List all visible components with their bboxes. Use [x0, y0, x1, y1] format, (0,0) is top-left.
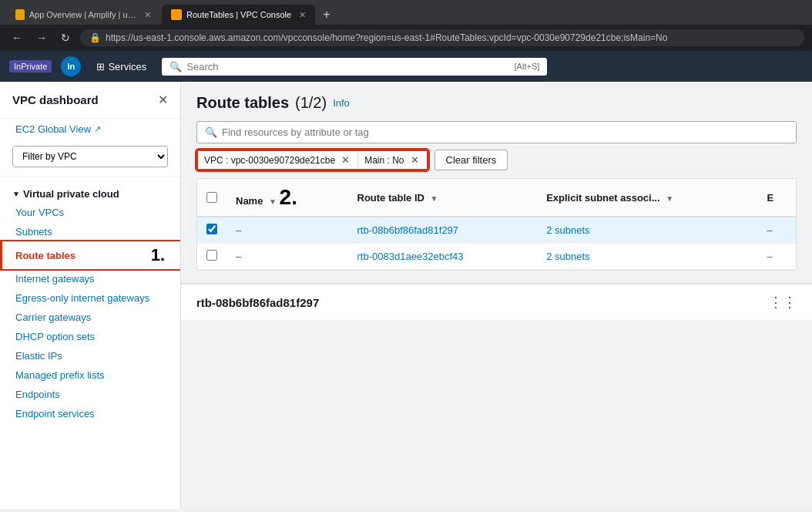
rtid-sort-icon[interactable]: ▼: [431, 194, 438, 203]
row1-rtid-link[interactable]: rtb-08b6bf86fad81f297: [357, 224, 459, 236]
row2-checkbox[interactable]: [206, 250, 217, 261]
info-link[interactable]: Info: [333, 97, 350, 109]
row1-checkbox[interactable]: [206, 224, 217, 234]
content-inner: Route tables (1/2) Info 🔍 VPC : vpc-0030…: [181, 82, 812, 283]
reload-button[interactable]: ↻: [57, 29, 74, 46]
user-avatar: In: [61, 56, 81, 76]
edge-column-label: E: [767, 192, 773, 204]
tab-close-1[interactable]: ✕: [144, 10, 151, 20]
edge-column-header: E: [757, 179, 796, 217]
active-filters: VPC : vpc-0030e90729de21cbe ✕ Main : No …: [196, 150, 797, 170]
address-bar: ← → ↻ 🔒 https://us-east-1.console.aws.am…: [0, 25, 812, 51]
route-tables-data-table: Name ▼ 2. Route table ID ▼ Explicit subn…: [197, 179, 796, 270]
filter-search-icon: 🔍: [205, 126, 217, 138]
sidebar-item-endpoints[interactable]: Endpoints: [0, 385, 180, 404]
browser-window: App Overview | Amplify | us-east... ✕ Ro…: [0, 0, 812, 51]
bottom-panel: rtb-08b6bf86fad81f297 ⋮⋮: [181, 283, 812, 320]
sidebar-divider-1: [0, 177, 180, 177]
forward-button[interactable]: →: [32, 29, 51, 46]
vpc-filter-label: VPC : vpc-0030e90729de21cbe: [204, 155, 335, 166]
external-link-icon: ↗: [94, 124, 101, 134]
main-layout: VPC dashboard ✕ EC2 Global View ↗ Filter…: [0, 82, 812, 509]
sidebar-item-managed-prefix-lists[interactable]: Managed prefix lists: [0, 365, 180, 385]
row2-route-table-id: rtb-0083d1aee32ebcf43: [348, 244, 538, 270]
sidebar-item-carrier-gateways[interactable]: Carrier gateways: [0, 308, 180, 327]
row1-subnet-link[interactable]: 2 subnets: [546, 224, 589, 236]
aws-search-box[interactable]: 🔍 [Alt+S]: [162, 58, 547, 76]
route-table-id-column-header: Route table ID ▼: [348, 179, 538, 217]
tab-favicon-2: [171, 9, 182, 20]
url-box[interactable]: 🔒 https://us-east-1.console.aws.amazon.c…: [80, 29, 804, 46]
browser-tab-1[interactable]: App Overview | Amplify | us-east... ✕: [6, 5, 160, 25]
vpc-filter-remove-button[interactable]: ✕: [340, 154, 351, 166]
main-filter-label: Main : No: [364, 155, 404, 166]
main-filter-remove-button[interactable]: ✕: [409, 154, 421, 166]
select-all-column: [197, 179, 226, 217]
search-filter-bar: 🔍: [196, 121, 797, 143]
row2-edge: –: [757, 244, 796, 270]
vpc-filter-tag: VPC : vpc-0030e90729de21cbe ✕: [198, 151, 358, 169]
row1-name: –: [226, 217, 348, 244]
table-row[interactable]: – rtb-08b6bf86fad81f297 2 subnets –: [197, 217, 796, 244]
sidebar-item-elastic-ips[interactable]: Elastic IPs: [0, 346, 180, 365]
table-row[interactable]: – rtb-0083d1aee32ebcf43 2 subnets –: [197, 244, 796, 270]
clear-filters-button[interactable]: Clear filters: [435, 150, 508, 170]
sidebar: VPC dashboard ✕ EC2 Global View ↗ Filter…: [0, 82, 181, 509]
row1-checkbox-cell: [197, 217, 226, 244]
user-initials: In: [68, 62, 75, 71]
sidebar-close-button[interactable]: ✕: [158, 93, 168, 107]
category-arrow: ▼: [12, 190, 20, 198]
tab-label-1: App Overview | Amplify | us-east...: [29, 10, 136, 19]
services-label: Services: [108, 61, 146, 72]
sidebar-item-route-tables[interactable]: Route tables1.: [0, 241, 180, 269]
virtual-private-cloud-category[interactable]: ▼ Virtual private cloud: [0, 180, 180, 203]
inprivate-badge: InPrivate: [9, 60, 52, 72]
sidebar-item-endpoint-services[interactable]: Endpoint services: [0, 404, 180, 423]
sidebar-title: VPC dashboard: [12, 93, 99, 106]
tab-close-2[interactable]: ✕: [299, 10, 306, 20]
name-sort-icon[interactable]: ▼: [269, 197, 277, 206]
page-count: (1/2): [295, 94, 327, 112]
explicit-subnet-column-label: Explicit subnet associ...: [546, 192, 659, 204]
new-tab-button[interactable]: +: [317, 5, 336, 25]
bottom-panel-title: rtb-08b6bf86fad81f297: [196, 296, 319, 309]
filter-tag-group: VPC : vpc-0030e90729de21cbe ✕ Main : No …: [196, 150, 428, 170]
category-label: Virtual private cloud: [23, 188, 119, 200]
sidebar-item-egress-only[interactable]: Egress-only internet gateways: [0, 288, 180, 308]
grid-icon: ⊞: [96, 61, 105, 72]
filter-search-input[interactable]: [222, 126, 788, 138]
tab-label-2: RouteTables | VPC Console: [186, 10, 291, 19]
sidebar-item-subnets[interactable]: Subnets: [0, 222, 180, 241]
sidebar-item-dhcp-option-sets[interactable]: DHCP option sets: [0, 327, 180, 346]
aws-topbar: InPrivate In ⊞ Services 🔍 [Alt+S]: [0, 51, 812, 82]
route-tables-table: Name ▼ 2. Route table ID ▼ Explicit subn…: [196, 178, 797, 271]
row2-rtid-link[interactable]: rtb-0083d1aee32ebcf43: [357, 251, 464, 262]
services-button[interactable]: ⊞ Services: [90, 58, 153, 76]
main-filter-tag: Main : No ✕: [358, 151, 426, 169]
search-icon: 🔍: [169, 61, 182, 72]
select-all-checkbox[interactable]: [206, 192, 217, 203]
sidebar-item-your-vpcs[interactable]: Your VPCs: [0, 203, 180, 222]
explicit-sort-icon[interactable]: ▼: [666, 194, 673, 203]
row2-subnet-link[interactable]: 2 subnets: [546, 251, 589, 262]
sidebar-filter: Filter by VPC: [0, 140, 180, 173]
search-shortcut: [Alt+S]: [515, 62, 540, 71]
step2-label: 2.: [280, 185, 297, 209]
row1-route-table-id: rtb-08b6bf86fad81f297: [348, 217, 538, 244]
vpc-filter-select[interactable]: Filter by VPC: [12, 146, 168, 167]
page-title: Route tables: [196, 94, 289, 112]
page-header: Route tables (1/2) Info: [196, 94, 797, 112]
tab-favicon-1: [15, 9, 25, 20]
ec2-global-view: EC2 Global View ↗: [0, 119, 180, 140]
sidebar-item-internet-gateways[interactable]: Internet gateways: [0, 269, 180, 288]
browser-tab-bar: App Overview | Amplify | us-east... ✕ Ro…: [0, 0, 812, 25]
row2-name: –: [226, 244, 348, 270]
row1-explicit-subnet: 2 subnets: [537, 217, 757, 244]
browser-tab-2[interactable]: RouteTables | VPC Console ✕: [162, 5, 315, 25]
route-table-id-column-label: Route table ID: [357, 192, 424, 204]
aws-search-input[interactable]: [186, 61, 509, 72]
url-text: https://us-east-1.console.aws.amazon.com…: [106, 32, 795, 43]
ec2-global-link[interactable]: EC2 Global View: [15, 123, 91, 135]
panel-expand-icon[interactable]: ⋮⋮: [769, 294, 797, 311]
back-button[interactable]: ←: [8, 29, 26, 46]
